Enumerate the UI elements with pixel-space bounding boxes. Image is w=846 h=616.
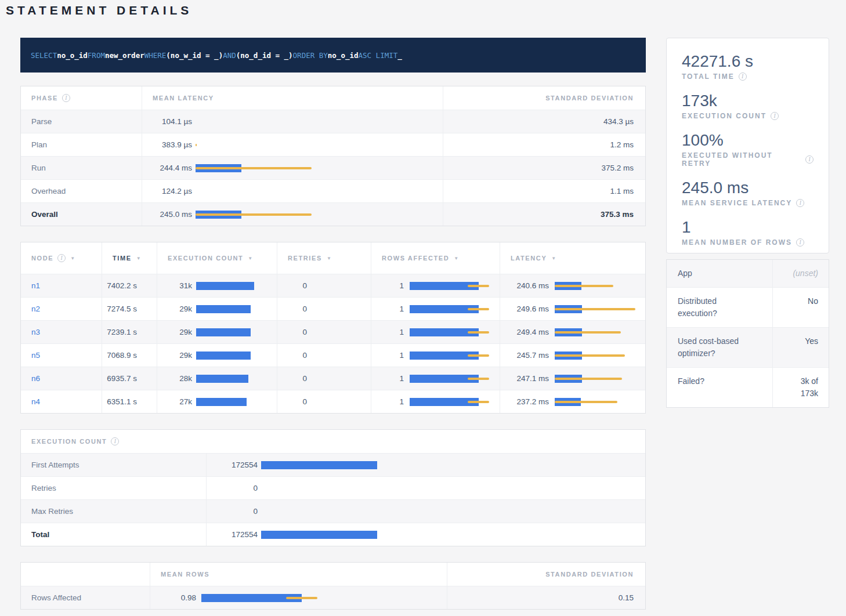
info-icon[interactable]: i <box>771 112 779 120</box>
execution-count-value: 31k <box>157 281 192 290</box>
node-link[interactable]: n5 <box>31 351 40 360</box>
time-value: 6935.7 s <box>107 374 137 383</box>
row-label-text: Retries <box>31 484 56 492</box>
sort-caret-icon: ▼ <box>551 256 557 261</box>
node-link[interactable]: n6 <box>31 374 40 383</box>
row-label-text: Max Retries <box>31 507 73 516</box>
retries-value: 0 <box>277 374 307 383</box>
bar-mean-segment <box>196 282 254 290</box>
node-cell: n4 <box>21 390 102 413</box>
execution-count-bar <box>196 351 254 360</box>
execution-count-cell: 29k <box>157 321 277 343</box>
latency-bar <box>555 351 635 360</box>
sort-caret-icon: ▼ <box>454 256 460 261</box>
stddev-cell: 375.2 ms <box>443 157 645 179</box>
bar-mean-segment <box>196 398 247 406</box>
info-icon[interactable]: i <box>796 238 804 247</box>
mean-rows-value: 0.98 <box>150 593 196 602</box>
mean-latency-cell: 104.1 µs <box>142 110 443 133</box>
property-value-cell: (unset) <box>772 260 829 287</box>
summary-stat: 173kExecution Counti <box>682 92 814 120</box>
node-link[interactable]: n2 <box>31 305 40 313</box>
sort-caret-icon: ▼ <box>136 256 142 261</box>
column-header-label: Time <box>113 255 132 262</box>
node-link[interactable]: n1 <box>31 281 40 290</box>
execution-count-row: First Attempts172554 <box>21 453 645 476</box>
info-icon[interactable]: i <box>111 437 119 445</box>
label-cell: First Attempts <box>21 454 207 476</box>
sql-keyword: WHERE <box>144 51 167 60</box>
execution-count-value: 29k <box>157 351 192 360</box>
column-header-rows-affected[interactable]: Rows Affected▼ <box>371 242 500 274</box>
node-row: n27274.5 s29k01249.6 ms <box>21 297 645 320</box>
execution-count-value: 29k <box>157 328 192 336</box>
bar-mean-segment <box>196 375 248 383</box>
execution-count-value: 28k <box>157 374 192 383</box>
property-label: Distributed execution? <box>667 288 754 327</box>
column-header-label: Node <box>31 255 53 262</box>
stat-value: 42271.6 s <box>682 52 814 71</box>
property-row: App(unset) <box>667 260 829 287</box>
column-header-label: Phase <box>31 95 58 102</box>
phase-row: Overall245.0 ms375.3 ms <box>21 202 645 226</box>
bar-stddev-whisker <box>555 331 621 334</box>
phase-label: Plan <box>31 140 47 149</box>
rows-affected-bar <box>410 281 489 291</box>
info-icon[interactable]: i <box>796 199 804 207</box>
column-header-time[interactable]: Time▼ <box>102 242 157 274</box>
execution-count-cell: 29k <box>157 298 277 320</box>
phase-row: Overhead124.2 µs1.1 ms <box>21 179 645 202</box>
rows-affected-cell: 1 <box>371 298 500 320</box>
column-header-retries[interactable]: Retries▼ <box>277 242 371 274</box>
retries-cell: 0 <box>277 274 371 297</box>
bar-stddev-whisker <box>555 285 613 287</box>
node-cell: n6 <box>21 367 102 390</box>
rows-affected-cell: 1 <box>371 390 500 413</box>
row-label-text: Rows Affected <box>31 593 81 602</box>
retries-value: 0 <box>277 328 307 336</box>
column-header-node[interactable]: Nodei▼ <box>21 242 102 274</box>
bar-stddev-whisker <box>196 213 312 216</box>
retries-cell: 0 <box>277 321 371 343</box>
column-header-mean-rows: Mean Rows <box>150 563 447 586</box>
count-cell: 0 <box>207 500 645 523</box>
rows-affected-value: 1 <box>371 351 404 360</box>
label-cell: Rows Affected <box>21 586 150 609</box>
phase-row: Run244.4 ms375.2 ms <box>21 156 645 179</box>
node-cell: n2 <box>21 298 102 320</box>
latency-cell: 249.6 ms <box>500 298 645 320</box>
count-cell: 172554 <box>207 523 645 546</box>
bar-stddev-whisker <box>196 167 312 169</box>
property-row: Failed?3k of 173k <box>667 367 829 407</box>
count-value: 0 <box>207 484 258 492</box>
retries-cell: 0 <box>277 298 371 320</box>
column-header-label: Latency <box>511 255 547 262</box>
mean-latency-bar <box>196 210 312 219</box>
column-header-label: Execution Count <box>168 255 243 262</box>
retries-cell: 0 <box>277 367 371 390</box>
per-node-stats-table: Nodei▼Time▼Execution Count▼Retries▼Rows … <box>20 242 646 414</box>
info-icon[interactable]: i <box>739 73 747 81</box>
node-link[interactable]: n4 <box>31 397 40 406</box>
column-header-latency[interactable]: Latency▼ <box>500 242 645 274</box>
column-header-execution-count[interactable]: Execution Count▼ <box>157 242 277 274</box>
column-header-blank <box>21 563 150 586</box>
sort-caret-icon: ▼ <box>327 256 332 261</box>
latency-bar <box>555 374 635 383</box>
info-icon[interactable]: i <box>62 94 70 102</box>
bar-stddev-whisker <box>468 331 489 334</box>
property-value: 3k of 173k <box>782 375 818 400</box>
rows-affected-cell: 1 <box>371 321 500 343</box>
time-cell: 6935.7 s <box>102 367 157 390</box>
execution-count-row: Max Retries0 <box>21 499 645 523</box>
execution-count-table: Execution CountiFirst Attempts172554Retr… <box>20 429 646 546</box>
node-row: n66935.7 s28k01247.1 ms <box>21 367 645 390</box>
retries-value: 0 <box>277 397 307 406</box>
mean-rows-cell: 0.98 <box>150 586 447 609</box>
mean-latency-cell: 244.4 ms <box>142 157 443 179</box>
info-icon[interactable]: i <box>805 155 814 164</box>
node-link[interactable]: n3 <box>31 328 40 336</box>
stat-value: 1 <box>682 218 814 237</box>
bar-mean-segment <box>261 531 377 539</box>
info-icon[interactable]: i <box>57 254 66 262</box>
